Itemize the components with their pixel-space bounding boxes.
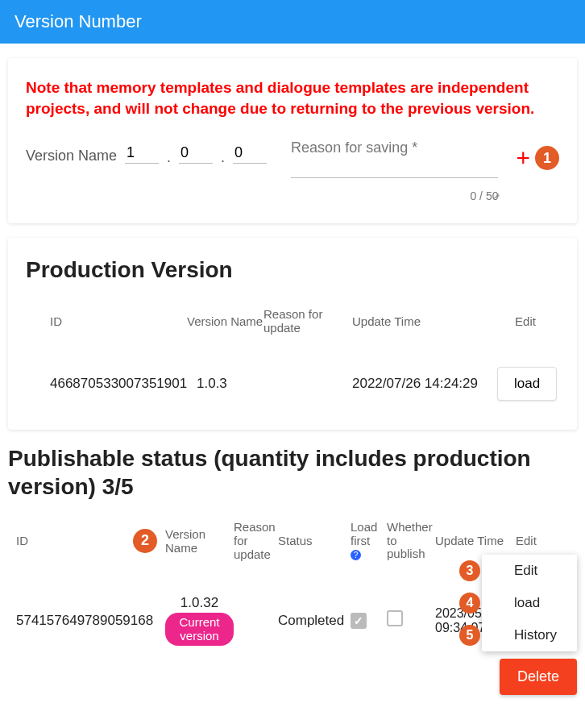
publishable-section: Publishable status (quantity includes pr… — [8, 444, 577, 654]
production-table-row: 466870533007351901 1.0.3 2022/07/26 14:2… — [26, 359, 559, 409]
pub-col-version-name: Version Name — [165, 527, 234, 555]
menu-edit[interactable]: 3 Edit — [482, 555, 577, 587]
pub-row-version: 1.0.32 — [165, 595, 234, 611]
pub-col-edit: Edit — [516, 534, 548, 547]
help-icon[interactable]: ? — [351, 550, 361, 560]
prod-row-time: 2022/07/26 14:24:29 — [352, 376, 497, 392]
col-update-time-header: Update Time — [352, 314, 497, 328]
resize-handle-icon[interactable] — [492, 189, 500, 198]
version-patch-input[interactable] — [233, 143, 267, 164]
pub-row-status: Completed — [278, 613, 351, 629]
pub-col-time: Update Time — [435, 534, 516, 547]
reason-field-wrap: Reason for saving * 0 / 50 — [291, 143, 498, 202]
dot-separator: . — [221, 143, 225, 166]
plus-icon[interactable]: + — [516, 146, 530, 170]
menu-edit-label: Edit — [514, 563, 537, 579]
pub-col-status: Status — [278, 534, 351, 547]
pub-row-id: 574157649789059168 — [8, 613, 165, 629]
prod-row-version: 1.0.3 — [187, 376, 263, 392]
warning-note: Note that memory templates and dialogue … — [26, 77, 559, 119]
dot-separator: . — [167, 143, 171, 166]
delete-button[interactable]: Delete — [500, 659, 577, 695]
pub-col-reason: Reason for update — [234, 520, 278, 561]
production-table-header: ID Version Name Reason for update Update… — [26, 299, 559, 343]
current-version-chip: Current version — [165, 613, 234, 646]
version-major-input[interactable] — [125, 143, 159, 164]
menu-load-label: load — [514, 595, 540, 611]
annotation-badge-5: 5 — [459, 625, 480, 646]
loadfirst-header-text: Load first — [351, 520, 377, 547]
prod-row-id: 466870533007351901 — [26, 376, 187, 392]
char-counter: 0 / 50 — [291, 189, 498, 202]
row-action-menu: 3 Edit 4 load 5 History — [482, 555, 577, 651]
reason-label: Reason for saving * — [291, 139, 417, 156]
col-id-header: ID — [26, 314, 187, 328]
pub-col-id: ID — [8, 534, 133, 547]
pub-col-loadfirst: Load first ? — [351, 521, 387, 561]
pub-row-publish — [387, 610, 435, 630]
version-name-label: Version Name — [26, 143, 117, 164]
menu-history[interactable]: 5 History — [482, 619, 577, 651]
publishable-table-row: 574157649789059168 1.0.32 Current versio… — [8, 571, 577, 654]
loadfirst-checkbox[interactable] — [351, 613, 367, 629]
annotation-badge-1: 1 — [535, 146, 559, 170]
col-reason-header: Reason for update — [263, 307, 352, 335]
version-form-row: Version Name . . Reason for saving * 0 /… — [26, 143, 559, 202]
add-version-controls: + 1 — [516, 143, 559, 170]
annotation-badge-2: 2 — [133, 529, 157, 553]
menu-load[interactable]: 4 load — [482, 587, 577, 619]
menu-history-label: History — [514, 627, 557, 643]
page-header: Version Number — [0, 0, 585, 44]
load-button[interactable]: load — [497, 367, 557, 401]
prod-row-edit-cell: load — [497, 367, 554, 401]
pub-col-publish: Whether to publish — [387, 521, 435, 561]
pub-row-version-cell: 1.0.32 Current version — [165, 595, 234, 646]
create-version-card: Note that memory templates and dialogue … — [8, 58, 577, 223]
production-version-card: Production Version ID Version Name Reaso… — [8, 238, 577, 430]
production-title: Production Version — [26, 257, 559, 283]
annotation-badge-3: 3 — [459, 560, 480, 581]
col-edit-header: Edit — [497, 314, 554, 328]
production-table: ID Version Name Reason for update Update… — [26, 299, 559, 409]
page-title: Version Number — [15, 11, 142, 31]
publishable-title: Publishable status (quantity includes pr… — [8, 444, 577, 501]
publish-checkbox[interactable] — [387, 610, 403, 626]
col-version-name-header: Version Name — [187, 314, 263, 328]
annotation-badge-2-wrap: 2 — [133, 529, 165, 553]
pub-row-loadfirst — [351, 613, 387, 629]
version-minor-input[interactable] — [179, 143, 213, 164]
